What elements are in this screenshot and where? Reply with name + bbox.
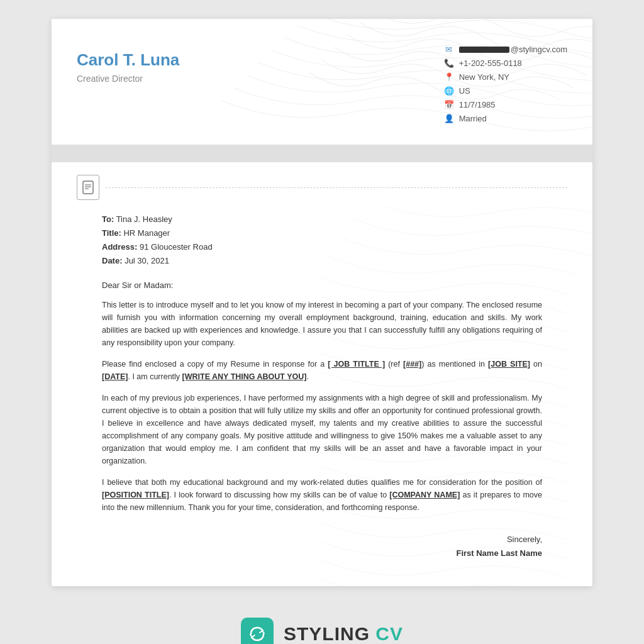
document-icon <box>77 175 99 200</box>
title-line: Title: HR Manager <box>102 226 542 240</box>
date-line: Date: Jul 30, 2021 <box>102 254 542 268</box>
para2-prefix: Please find enclosed a copy of my Resume… <box>102 360 328 369</box>
address-value: 91 Gloucester Road <box>140 242 213 252</box>
dob-contact: 📅 11/7/1985 <box>444 99 567 109</box>
doc-icon-row <box>52 162 592 206</box>
candidate-name: Carol T. Luna <box>77 50 179 70</box>
email-value: @stylingcv.com <box>459 45 567 54</box>
phone-contact: 📞 +1-202-555-0118 <box>444 58 567 68</box>
letter-body: To: Tina J. Heasley Title: HR Manager Ad… <box>52 206 592 586</box>
brand-highlight: CV <box>375 623 403 644</box>
to-line: To: Tina J. Heasley <box>102 213 542 226</box>
letter-closing: Sincerely, First Name Last Name <box>102 533 542 560</box>
date-value: Jul 30, 2021 <box>125 256 169 265</box>
para4-company: [COMPANY NAME] <box>389 491 460 499</box>
para2-mid4: . I am currently <box>128 372 182 381</box>
title-label: Title: <box>102 228 121 238</box>
para2-mid3: on <box>530 360 542 369</box>
location-value: New York, NY <box>459 72 509 82</box>
greeting: Dear Sir or Madam: <box>102 280 542 290</box>
email-redacted-bar <box>459 47 509 53</box>
address-label: Address: <box>102 242 137 252</box>
phone-icon: 📞 <box>444 58 454 68</box>
para2-ref: [###] <box>403 360 421 369</box>
para-2: Please find enclosed a copy of my Resume… <box>102 358 542 383</box>
location-icon: 📍 <box>444 72 454 82</box>
email-icon: ✉ <box>444 44 454 54</box>
contact-info: ✉ @stylingcv.com 📞 +1-202-555-0118 📍 New… <box>444 38 567 123</box>
brand-logo <box>241 618 274 644</box>
svg-rect-0 <box>83 181 93 194</box>
email-contact: ✉ @stylingcv.com <box>444 44 567 54</box>
country-value: US <box>459 86 470 96</box>
country-contact: 🌐 US <box>444 86 567 96</box>
para2-date: [DATE] <box>102 372 128 381</box>
letter-content: To: Tina J. Heasley Title: HR Manager Ad… <box>102 213 542 561</box>
para-3: In each of my previous job experiences, … <box>102 392 542 467</box>
location-contact: 📍 New York, NY <box>444 72 567 82</box>
para-1: This letter is to introduce myself and t… <box>102 299 542 349</box>
globe-icon: 🌐 <box>444 86 454 96</box>
para4-mid: . I look forward to discussing how my sk… <box>169 491 389 499</box>
to-value: Tina J. Heasley <box>116 214 172 224</box>
brand-name: STYLING CV <box>284 623 403 644</box>
para2-suffix: . <box>307 372 309 381</box>
section-divider <box>52 145 592 162</box>
status-value: Married <box>459 114 487 123</box>
dob-value: 11/7/1985 <box>459 100 496 109</box>
footer-branding: STYLING CV <box>241 605 403 644</box>
to-label: To: <box>102 214 114 224</box>
para4-position: [POSITION TITLE] <box>102 491 169 499</box>
para-4: I believe that both my educational backg… <box>102 476 542 514</box>
calendar-icon: 📅 <box>444 99 454 109</box>
header-left: Carol T. Luna Creative Director <box>77 38 179 84</box>
dashed-divider <box>106 187 567 188</box>
para4-prefix: I believe that both my educational backg… <box>102 478 542 487</box>
para2-write: [WRITE ANY THING ABOUT YOU] <box>182 372 307 381</box>
para2-mid1: (ref <box>385 360 403 369</box>
para2-mid2: ) as mentioned in <box>421 360 488 369</box>
title-value: HR Manager <box>123 228 170 238</box>
para2-site: [JOB SITE] <box>488 360 530 369</box>
resume-header: Carol T. Luna Creative Director ✉ @styli… <box>52 19 592 145</box>
signer-name: First Name Last Name <box>102 547 542 560</box>
candidate-title: Creative Director <box>77 74 179 84</box>
status-contact: 👤 Married <box>444 113 567 123</box>
phone-value: +1-202-555-0118 <box>459 58 522 68</box>
person-icon: 👤 <box>444 113 454 123</box>
address-line-item: Address: 91 Gloucester Road <box>102 240 542 254</box>
closing-text: Sincerely, <box>102 533 542 547</box>
para2-job-title: [ JOB TITLTE ] <box>328 360 385 369</box>
address-block: To: Tina J. Heasley Title: HR Manager Ad… <box>102 213 542 268</box>
date-label: Date: <box>102 256 123 265</box>
